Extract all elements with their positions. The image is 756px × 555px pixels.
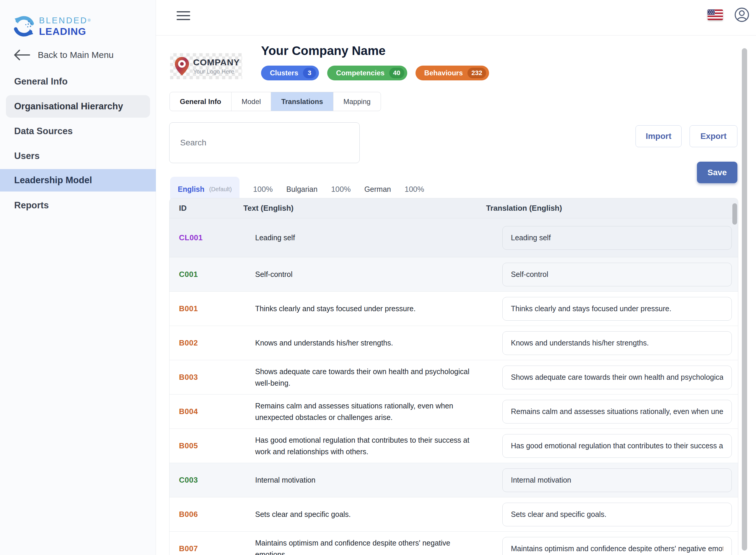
table-row: B002 Knows and understands his/her stren… <box>170 326 738 360</box>
language-percent: 100% <box>253 185 273 194</box>
translation-input[interactable] <box>502 434 732 458</box>
row-id: B005 <box>179 441 255 451</box>
menu-icon[interactable] <box>177 11 190 21</box>
table-row: B005 Has good emotional regulation that … <box>170 429 738 463</box>
language-percent: 100% <box>331 185 351 194</box>
table-row: B003 Shows adequate care towards their o… <box>170 360 738 394</box>
row-id: C003 <box>179 475 255 485</box>
translation-input[interactable] <box>502 297 732 321</box>
badge-count: 3 <box>303 68 316 78</box>
column-header-text: Text (English) <box>243 204 495 213</box>
export-button[interactable]: Export <box>690 125 738 147</box>
company-logo-placeholder: COMPANY Your Logo Here <box>170 53 242 79</box>
search-input[interactable] <box>170 123 360 163</box>
main-content: COMPANY Your Logo Here Your Company Name… <box>156 36 756 555</box>
sidebar-item-label: Data Sources <box>14 126 73 136</box>
translation-input[interactable] <box>502 263 732 286</box>
sidebar-item-label: Leadership Model <box>14 175 92 185</box>
row-id: CL001 <box>179 233 255 242</box>
table-row: B006 Sets clear and specific goals. <box>170 497 738 532</box>
badge-count: 40 <box>389 68 404 78</box>
table-header: ID Text (English) Translation (English) <box>170 198 738 218</box>
row-source-text: Self-control <box>255 269 495 280</box>
badge-count: 232 <box>468 68 486 78</box>
sidebar-item-data-sources[interactable]: Data Sources <box>14 126 73 136</box>
row-id: B002 <box>179 338 255 347</box>
app-root: BLENDED® LEADING Back to Main Menu Gener… <box>0 0 756 555</box>
save-button[interactable]: Save <box>697 162 738 183</box>
language-option-bulgarian[interactable]: Bulgarian <box>286 185 318 194</box>
translation-input[interactable] <box>502 400 732 424</box>
language-option-german[interactable]: German <box>365 185 391 194</box>
sidebar-item-organisational-hierarchy[interactable]: Organisational Hierarchy <box>6 95 150 118</box>
table-body: CL001 Leading self C001 Self-control B00… <box>170 218 738 555</box>
logo-placeholder-subtitle: Your Logo Here <box>193 69 240 75</box>
page-scrollbar-thumb[interactable] <box>742 48 747 551</box>
table-scrollbar-thumb[interactable] <box>733 203 737 225</box>
language-default-suffix: (Default) <box>209 186 232 193</box>
row-source-text: Maintains optimism and confidence despit… <box>255 537 495 555</box>
badge-label: Competencies <box>336 69 384 77</box>
badge-competencies: Competencies 40 <box>327 66 407 80</box>
badge-row: Clusters 3 Competencies 40 Behaviours 23… <box>261 66 489 80</box>
logo-pin-icon <box>174 56 190 76</box>
row-source-text: Thinks clearly and stays focused under p… <box>255 303 495 314</box>
tab-general-info[interactable]: General Info <box>170 92 231 111</box>
sidebar-nav: General Info Organisational Hierarchy Da… <box>0 0 156 555</box>
language-percent: 100% <box>405 185 424 194</box>
row-id: B007 <box>179 544 255 553</box>
translation-input[interactable] <box>502 366 732 389</box>
table-row: B001 Thinks clearly and stays focused un… <box>170 292 738 326</box>
row-id: B003 <box>179 373 255 382</box>
badge-clusters: Clusters 3 <box>261 66 319 80</box>
sidebar-item-label: Reports <box>14 200 49 210</box>
tab-model[interactable]: Model <box>231 92 271 111</box>
row-source-text: Knows and understands his/her strengths. <box>255 337 495 349</box>
sidebar-item-label: Users <box>14 151 40 161</box>
search-box <box>169 122 360 163</box>
table-row: C003 Internal motivation <box>170 463 738 497</box>
page-title: Your Company Name <box>261 44 386 58</box>
row-id: C001 <box>179 270 255 279</box>
badge-label: Clusters <box>270 69 298 77</box>
table-row: CL001 Leading self <box>170 218 738 257</box>
topbar <box>156 0 756 36</box>
user-account-icon[interactable] <box>734 7 750 23</box>
row-source-text: Internal motivation <box>255 474 495 486</box>
sidebar-item-users[interactable]: Users <box>14 151 40 161</box>
row-source-text: Shows adequate care towards their own he… <box>255 366 495 389</box>
translation-input[interactable] <box>502 331 732 355</box>
sidebar-item-general-info[interactable]: General Info <box>14 76 67 87</box>
row-source-text: Leading self <box>255 232 495 244</box>
column-header-translation: Translation (English) <box>486 204 738 213</box>
badge-label: Behaviours <box>424 69 463 77</box>
logo-placeholder-title: COMPANY <box>193 58 240 67</box>
translation-input[interactable] <box>502 226 732 250</box>
language-name: English <box>178 185 204 194</box>
sidebar-item-leadership-model[interactable]: Leadership Model <box>0 169 156 191</box>
tab-bar: General InfoModelTranslationsMapping <box>170 92 381 111</box>
translations-table: ID Text (English) Translation (English) … <box>169 198 738 555</box>
row-id: B004 <box>179 407 255 416</box>
table-row: B007 Maintains optimism and confidence d… <box>170 532 738 555</box>
translation-input[interactable] <box>502 503 732 526</box>
row-source-text: Has good emotional regulation that contr… <box>255 434 495 458</box>
sidebar-item-label: General Info <box>14 76 67 87</box>
us-flag-icon[interactable] <box>708 9 723 20</box>
tab-translations[interactable]: Translations <box>271 92 333 111</box>
table-row: B004 Remains calm and assesses situation… <box>170 394 738 429</box>
row-id: B001 <box>179 304 255 313</box>
row-source-text: Remains calm and assesses situations rat… <box>255 400 495 423</box>
import-button[interactable]: Import <box>635 125 681 147</box>
sidebar-item-label: Organisational Hierarchy <box>14 101 123 112</box>
badge-behaviours: Behaviours 232 <box>416 66 489 80</box>
translation-input[interactable] <box>502 537 732 555</box>
table-row: C001 Self-control <box>170 257 738 292</box>
sidebar-item-reports[interactable]: Reports <box>14 200 49 211</box>
tab-mapping[interactable]: Mapping <box>333 92 381 111</box>
row-id: B006 <box>179 510 255 519</box>
row-source-text: Sets clear and specific goals. <box>255 509 495 520</box>
sidebar: BLENDED® LEADING Back to Main Menu Gener… <box>0 0 156 555</box>
translation-input[interactable] <box>502 468 732 492</box>
